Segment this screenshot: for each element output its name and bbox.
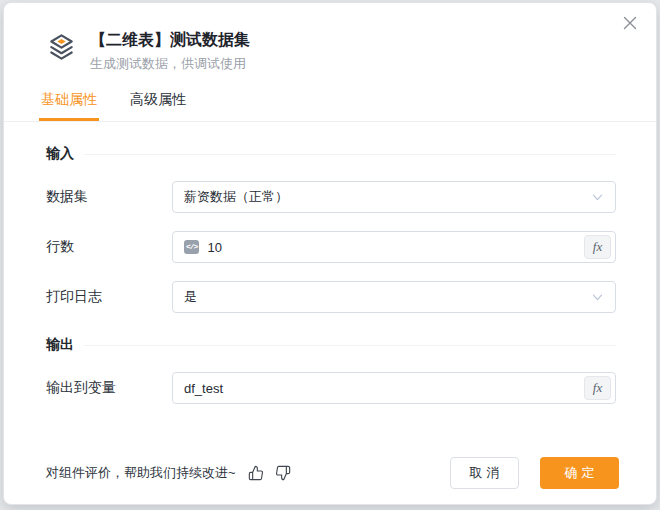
section-divider <box>84 345 616 346</box>
header-text: 【二维表】测试数据集 生成测试数据，供调试使用 <box>90 30 250 73</box>
section-output-title: 输出 <box>46 336 74 354</box>
dialog-subtitle: 生成测试数据，供调试使用 <box>90 55 250 73</box>
output-var-label: 输出到变量 <box>46 379 172 397</box>
section-divider <box>84 154 616 155</box>
fx-formula-button[interactable]: fx <box>584 235 611 259</box>
dataset-select[interactable]: 薪资数据（正常） <box>172 181 616 213</box>
tab-bar: 基础属性 高级属性 <box>4 88 656 122</box>
feedback-icons <box>248 465 291 481</box>
dialog-footer: 对组件评价，帮助我们持续改进~ 取消 确定 <box>46 457 619 489</box>
print-log-select-value: 是 <box>184 288 591 306</box>
section-output: 输出 <box>46 336 616 354</box>
close-icon[interactable] <box>618 11 642 35</box>
feedback-text: 对组件评价，帮助我们持续改进~ <box>46 464 236 482</box>
section-input-title: 输入 <box>46 145 74 163</box>
rows-label: 行数 <box>46 238 172 256</box>
field-row-rows: 行数 </> fx <box>46 231 616 263</box>
output-var-input[interactable] <box>184 381 584 396</box>
tab-advanced-properties[interactable]: 高级属性 <box>128 88 188 121</box>
field-row-output-var: 输出到变量 fx <box>46 372 616 404</box>
layers-icon <box>46 32 77 63</box>
rows-input[interactable] <box>207 240 584 255</box>
thumbs-down-icon[interactable] <box>275 465 291 481</box>
confirm-button[interactable]: 确定 <box>540 457 619 489</box>
code-icon: </> <box>184 240 199 254</box>
field-row-dataset: 数据集 薪资数据（正常） <box>46 181 616 213</box>
output-var-input-wrapper: fx <box>172 372 616 404</box>
dialog-title: 【二维表】测试数据集 <box>90 30 250 50</box>
dialog-body: 输入 数据集 薪资数据（正常） 行数 </> fx 打印日志 是 <box>4 145 656 404</box>
print-log-select[interactable]: 是 <box>172 281 616 313</box>
rows-input-wrapper: </> fx <box>172 231 616 263</box>
field-row-print-log: 打印日志 是 <box>46 281 616 313</box>
print-log-label: 打印日志 <box>46 288 172 306</box>
cancel-button[interactable]: 取消 <box>450 457 519 489</box>
fx-formula-button[interactable]: fx <box>584 376 611 400</box>
dataset-select-value: 薪资数据（正常） <box>184 188 591 206</box>
component-config-dialog: 【二维表】测试数据集 生成测试数据，供调试使用 基础属性 高级属性 输入 数据集… <box>3 2 657 505</box>
dialog-header: 【二维表】测试数据集 生成测试数据，供调试使用 <box>4 3 656 73</box>
section-input: 输入 <box>46 145 616 163</box>
chevron-down-icon <box>591 191 604 204</box>
thumbs-up-icon[interactable] <box>248 465 264 481</box>
dataset-label: 数据集 <box>46 188 172 206</box>
chevron-down-icon <box>591 291 604 304</box>
tab-basic-properties[interactable]: 基础属性 <box>39 88 99 121</box>
